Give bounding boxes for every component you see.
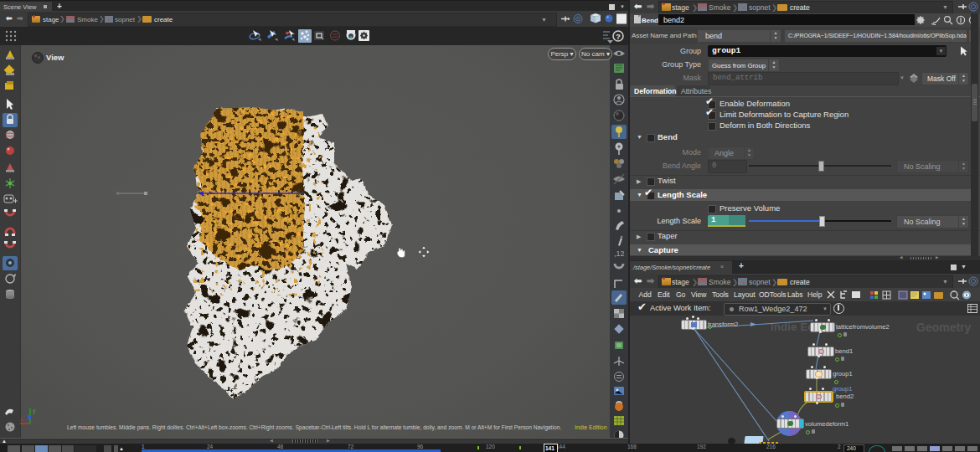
svg-text:?: ? [616,33,621,41]
svg-text:,12: ,12 [614,249,625,258]
svg-text:x: x [20,417,23,422]
svg-text:y: y [33,408,36,414]
